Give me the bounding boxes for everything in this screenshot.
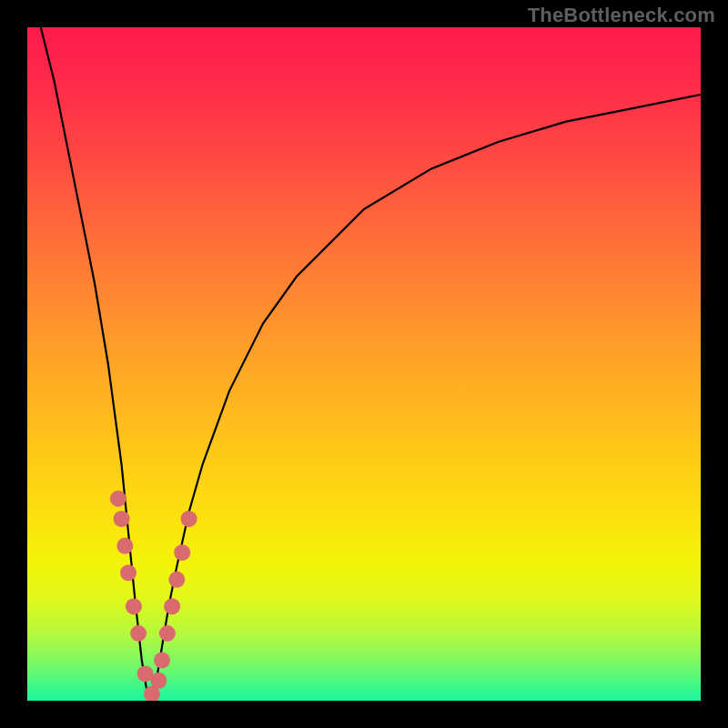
chart-svg bbox=[27, 27, 701, 701]
bottleneck-curve bbox=[41, 27, 701, 701]
marker-dot bbox=[114, 511, 130, 527]
marker-dot bbox=[168, 571, 185, 588]
marker-dot bbox=[164, 598, 180, 614]
marker-dot bbox=[181, 511, 197, 527]
marker-dot bbox=[126, 598, 142, 614]
plot-area bbox=[27, 27, 701, 701]
marker-dot bbox=[154, 652, 170, 669]
marker-dots bbox=[110, 490, 197, 701]
marker-dot bbox=[120, 564, 136, 581]
chart-frame: TheBottleneck.com bbox=[0, 0, 728, 728]
marker-dot bbox=[116, 538, 133, 554]
marker-dot bbox=[110, 490, 126, 507]
marker-dot bbox=[150, 672, 167, 689]
marker-dot bbox=[174, 544, 190, 561]
marker-dot bbox=[130, 625, 147, 642]
marker-dot bbox=[159, 625, 176, 642]
watermark-text: TheBottleneck.com bbox=[528, 4, 715, 27]
